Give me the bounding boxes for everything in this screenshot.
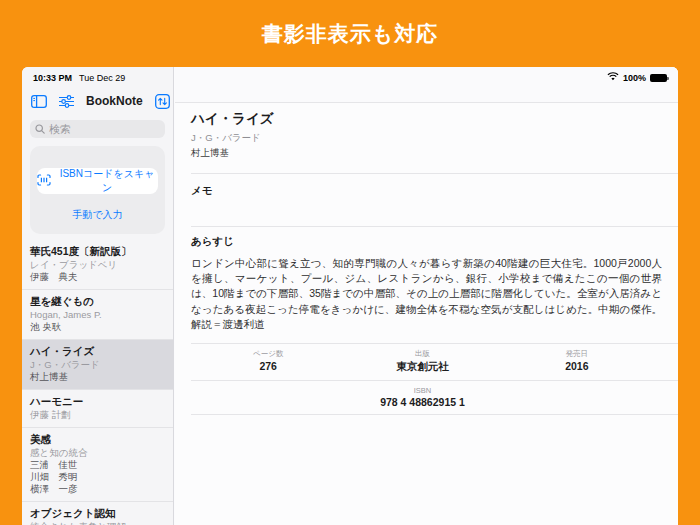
release-label: 発売日 <box>500 349 654 359</box>
isbn-scan-button[interactable]: ISBNコードをスキャン <box>37 168 158 194</box>
ipad-screenshot: 10:33 PM Tue Dec 29 100% BookNote <box>22 67 678 525</box>
manual-entry-link[interactable]: 手動で入力 <box>72 208 122 222</box>
meta-release: 発売日 2016 <box>500 349 654 374</box>
publisher-value: 東京創元社 <box>345 360 499 374</box>
book-author: 統合された表象と理解 <box>30 521 165 525</box>
book-author: 伊藤 計劃 <box>30 409 165 421</box>
book-author: 三浦 佳世 <box>30 459 165 471</box>
memo-section[interactable]: メモ <box>175 174 678 226</box>
isbn-row: ISBN 978 4 48862915 1 <box>191 381 654 414</box>
book-title: ハイ・ライズ <box>30 345 165 358</box>
memo-label: メモ <box>191 184 662 198</box>
book-author: J・G・バラード <box>30 359 165 371</box>
search-input[interactable]: 検索 <box>30 120 165 138</box>
book-author: 村上博基 <box>30 371 165 383</box>
detail-translator: 村上博基 <box>191 147 662 160</box>
book-title: 華氏451度〔新訳版〕 <box>30 245 165 258</box>
wifi-icon <box>607 72 619 83</box>
synopsis-label: あらすじ <box>191 235 662 249</box>
pages-label: ページ数 <box>191 349 345 359</box>
book-author: Hogan, James P. <box>30 309 165 321</box>
sort-icon[interactable] <box>155 94 170 109</box>
app-title: BookNote <box>86 94 143 108</box>
list-item[interactable]: オブジェクト認知統合された表象と理解新美 亮輔上田 彩子横澤 一彦 <box>22 502 173 525</box>
book-title: 美感 <box>30 433 165 446</box>
book-author: 横澤 一彦 <box>30 483 165 495</box>
search-placeholder: 検索 <box>49 122 71 137</box>
status-bar: 10:33 PM Tue Dec 29 100% <box>22 67 678 88</box>
status-date: Tue Dec 29 <box>79 73 125 83</box>
barcode-scan-icon <box>37 174 51 188</box>
meta-pages: ページ数 276 <box>191 349 345 374</box>
publisher-label: 出版 <box>345 349 499 359</box>
book-title: オブジェクト認知 <box>30 507 165 520</box>
isbn-scan-label: ISBNコードをスキャン <box>56 167 158 195</box>
scan-card: ISBNコードをスキャン 手動で入力 <box>30 146 165 234</box>
list-item[interactable]: 星を継ぐものHogan, James P.池 央耿 <box>22 290 173 340</box>
book-title: ハーモニー <box>30 395 165 408</box>
book-title: 星を継ぐもの <box>30 295 165 308</box>
sidebar-toggle-icon[interactable] <box>31 95 47 108</box>
book-author: レイ・ブラッドベリ <box>30 259 165 271</box>
list-item[interactable]: ハーモニー伊藤 計劃 <box>22 390 173 428</box>
detail-title: ハイ・ライズ <box>191 110 662 128</box>
detail-pane: ハイ・ライズ J・G・バラード 村上博基 メモ あらすじ ロンドン中心部に聳え立… <box>175 67 678 525</box>
book-author: 池 央耿 <box>30 321 165 333</box>
sidebar-header: BookNote <box>22 88 173 114</box>
battery-icon <box>650 74 667 82</box>
promo-banner: 書影非表示も対応 <box>0 0 700 67</box>
list-item[interactable]: 華氏451度〔新訳版〕レイ・ブラッドベリ伊藤 典夫 <box>22 240 173 290</box>
isbn-label: ISBN <box>191 386 654 395</box>
detail-author: J・G・バラード <box>191 132 662 145</box>
book-detail: ハイ・ライズ J・G・バラード 村上博基 <box>175 103 678 160</box>
filter-sliders-icon[interactable] <box>59 95 74 108</box>
list-item[interactable]: ハイ・ライズJ・G・バラード村上博基 <box>22 340 173 390</box>
release-value: 2016 <box>500 360 654 372</box>
synopsis-section: あらすじ ロンドン中心部に聳え立つ、知的専門職の人々が暮らす新築の40階建の巨大… <box>175 227 678 343</box>
synopsis-text: ロンドン中心部に聳え立つ、知的専門職の人々が暮らす新築の40階建の巨大住宅。10… <box>191 256 662 332</box>
pages-value: 276 <box>191 360 345 372</box>
book-author: 伊藤 典夫 <box>30 271 165 283</box>
search-icon <box>35 120 45 138</box>
isbn-value: 978 4 48862915 1 <box>191 396 654 408</box>
battery-percent: 100% <box>623 73 646 83</box>
book-author: 川畑 秀明 <box>30 471 165 483</box>
book-author: 感と知の統合 <box>30 447 165 459</box>
status-time: 10:33 PM <box>33 73 72 83</box>
meta-isbn: ISBN 978 4 48862915 1 <box>191 386 654 408</box>
meta-publisher: 出版 東京創元社 <box>345 349 499 374</box>
meta-row: ページ数 276 出版 東京創元社 発売日 2016 <box>191 344 654 380</box>
divider <box>191 414 678 415</box>
sidebar: BookNote 検索 ISBNコードをスキャン 手動で入力 華氏451度〔新訳… <box>22 67 174 525</box>
list-item[interactable]: 美感感と知の統合三浦 佳世川畑 秀明横澤 一彦 <box>22 428 173 502</box>
banner-title: 書影非表示も対応 <box>262 20 439 48</box>
book-list: 華氏451度〔新訳版〕レイ・ブラッドベリ伊藤 典夫星を継ぐものHogan, Ja… <box>22 240 173 525</box>
